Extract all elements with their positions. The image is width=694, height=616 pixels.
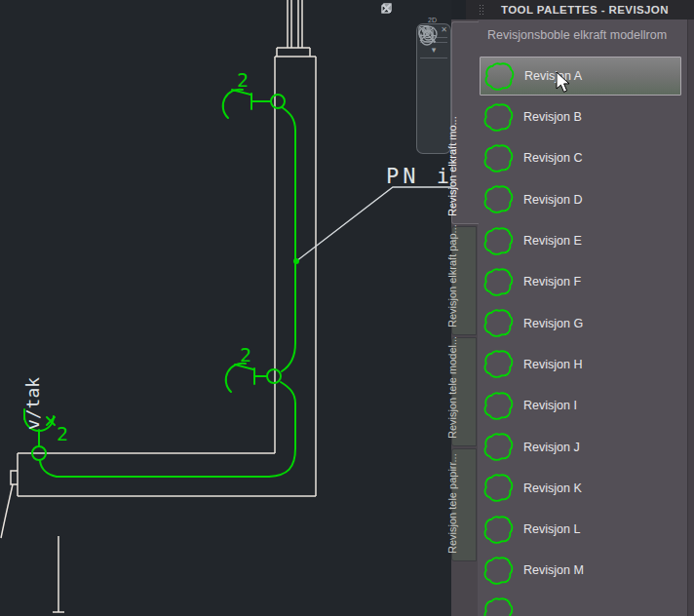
revision-cloud-icon	[482, 308, 516, 338]
revision-cloud-icon	[482, 102, 516, 133]
cad-drawing-canvas[interactable]: PN inn v/tak 2 2 2	[0, 0, 451, 616]
pn-label: PN inn	[386, 164, 451, 188]
wall-outline	[1, 0, 316, 612]
revision-cloud-icon	[482, 432, 516, 462]
tab-label: Revisjon tele model...	[446, 336, 458, 439]
panel-corner-patch	[451, 0, 466, 19]
palette-group-header: Revisjonsboble elkraft modellrom	[487, 28, 688, 42]
navigation-bar: ✕ 2D	[416, 23, 451, 154]
palette-item[interactable]: Revisjon M	[478, 550, 688, 591]
navbar-divider	[420, 58, 446, 58]
cad-drawing: PN inn v/tak 2 2 2	[0, 0, 451, 616]
revision-cloud-icon	[482, 391, 516, 421]
tab-label: Revisjon elkraft pap...	[446, 224, 458, 327]
revision-cloud-icon	[482, 184, 516, 214]
palette-item[interactable]: Revisjon K	[478, 468, 688, 509]
tab-revisjon-tele-modell[interactable]: Revisjon tele model...	[451, 337, 477, 446]
palette-item-label: Revisjon L	[523, 522, 580, 536]
revision-cloud-icon	[482, 226, 516, 256]
revision-cloud-icon	[482, 597, 516, 616]
palette-item-label: Revisjon M	[523, 563, 584, 577]
restore-button[interactable]	[405, 2, 420, 18]
revision-cloud-icon	[482, 473, 516, 503]
tool-palettes-panel: TOOL PALETTES - REVISJON Revisjon elkraf…	[451, 0, 694, 616]
palette-item-label: Revisjon A	[524, 69, 582, 83]
palette-item[interactable]: Revisjon D	[478, 179, 688, 220]
palette-item[interactable]: Revisjon L	[478, 509, 688, 550]
palette-item-label: Revisjon E	[523, 234, 582, 248]
count-top-label: 2	[237, 68, 249, 92]
palette-item[interactable]	[478, 592, 688, 616]
palette-item[interactable]: Revisjon J	[478, 426, 688, 467]
palette-item[interactable]: Revisjon F	[478, 261, 688, 302]
tab-revisjon-elkraft-modell[interactable]: Revisjon elkraft mo...	[451, 21, 479, 224]
tab-label: Revisjon tele papirr...	[446, 453, 458, 554]
palette-item-label: Revisjon C	[523, 151, 582, 165]
palette-grip-icon[interactable]	[479, 4, 484, 16]
palette-item[interactable]: Revisjon A	[480, 57, 681, 96]
count-bottom-label: 2	[57, 422, 68, 445]
palette-item[interactable]: Revisjon C	[478, 137, 688, 178]
revision-cloud-icon	[482, 556, 516, 586]
tab-revisjon-tele-papir[interactable]: Revisjon tele papirr...	[451, 448, 477, 561]
palette-item-label: Revisjon J	[523, 441, 580, 454]
mouse-cursor-icon	[556, 71, 572, 94]
palette-item[interactable]: Revisjon H	[478, 344, 688, 385]
drawing-window-controls	[380, 2, 444, 18]
palette-item[interactable]: Revisjon E	[478, 220, 688, 261]
revision-cloud-icon	[482, 143, 516, 173]
application-window: PN inn v/tak 2 2 2	[0, 0, 694, 616]
full-wheel-icon	[417, 24, 431, 37]
palette-item-label: Revisjon H	[523, 358, 582, 371]
palette-item[interactable]: Revisjon B	[478, 96, 688, 137]
palette-item-label: Revisjon F	[523, 275, 581, 289]
palette-item-label: Revisjon D	[523, 193, 582, 207]
palette-item[interactable]: Revisjon I	[478, 385, 688, 426]
palette-titlebar[interactable]: TOOL PALETTES - REVISJON	[466, 0, 694, 19]
palette-item-list: Revisjon A Revisjon B Revisjon C Revisjo…	[478, 56, 688, 616]
palette-item-label: Revisjon B	[523, 110, 582, 124]
palette-title: TOOL PALETTES - REVISJON	[501, 4, 669, 16]
panel-edge	[687, 19, 694, 616]
palette-item[interactable]: Revisjon G	[478, 302, 688, 343]
close-button[interactable]	[429, 2, 444, 18]
vtak-label: v/tak	[22, 377, 43, 430]
palette-item-label: Revisjon K	[523, 481, 582, 495]
revision-cloud-icon	[483, 61, 517, 92]
navbar-close-icon[interactable]: ✕	[441, 25, 447, 34]
revision-cloud-icon	[482, 267, 516, 297]
cable-run	[24, 90, 295, 477]
count-mid-label: 2	[240, 343, 251, 366]
palette-item-label: Revisjon I	[523, 399, 577, 412]
palette-tab-strip: Revisjon elkraft mo... Revisjon elkraft …	[451, 19, 478, 616]
leader-line	[296, 187, 451, 261]
tab-revisjon-elkraft-papir[interactable]: Revisjon elkraft pap...	[451, 226, 477, 335]
palette-item-label: Revisjon G	[523, 317, 583, 330]
2d-wheel-label: 2D	[428, 17, 437, 23]
revision-cloud-icon	[482, 515, 516, 545]
revision-cloud-icon	[482, 349, 516, 379]
palette-body: Revisjonsboble elkraft modellrom Revisjo…	[478, 19, 688, 616]
